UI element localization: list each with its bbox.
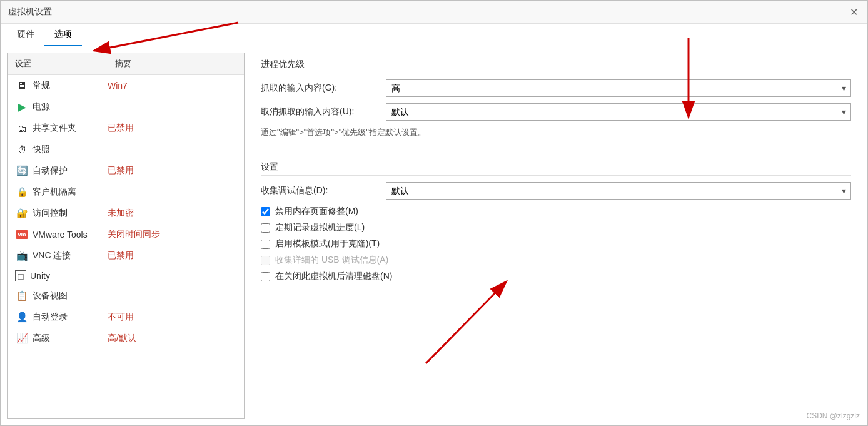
list-item-advanced[interactable]: 📈 高级 高/默认	[8, 328, 244, 349]
collect-debug-select-wrapper: 默认 高 低	[386, 182, 851, 200]
list-item-shared-folder[interactable]: 🗂 共享文件夹 已禁用	[8, 118, 244, 139]
item-name-vnc: VNC 连接	[33, 250, 108, 261]
collect-debug-select[interactable]: 默认 高 低	[386, 182, 851, 200]
list-item-vmware-tools[interactable]: vm VMware Tools 关闭时间同步	[8, 224, 244, 245]
item-name-device-view: 设备视图	[33, 290, 108, 302]
watermark: CSDN @zlzgzlz	[806, 412, 860, 420]
settings-section: 设置 收集调试信息(D): 默认 高 低 禁用内存页面修整(M)	[261, 155, 851, 287]
list-item-vnc[interactable]: 📺 VNC 连接 已禁用	[8, 245, 244, 266]
release-input-select-wrapper: 默认 高 低 最高 最低	[386, 103, 851, 121]
checkbox-usb-debug-label: 收集详细的 USB 调试信息(A)	[275, 255, 388, 266]
monitor-icon: 🖥	[15, 79, 29, 93]
grab-input-select[interactable]: 高 默认 低 最高 最低	[386, 79, 851, 97]
shared-folder-icon: 🗂	[15, 121, 29, 135]
item-summary-vnc: 已禁用	[108, 250, 236, 261]
isolation-icon: 🔒	[15, 185, 29, 199]
checkbox-periodic-log-label: 定期记录虚拟机进度(L)	[275, 222, 365, 233]
list-item-unity[interactable]: □ Unity	[8, 266, 244, 285]
content-area: 设置 摘要 🖥 常规 Win7 ▶ 电源 🗂	[1, 46, 867, 425]
checkbox-template-mode-input[interactable]	[261, 240, 270, 249]
checkbox-periodic-log-input[interactable]	[261, 223, 270, 233]
access-control-icon: 🔐	[15, 206, 29, 220]
settings-list: 🖥 常规 Win7 ▶ 电源 🗂 共享文件夹 已禁用	[8, 75, 244, 349]
item-name-snapshot: 快照	[33, 144, 108, 155]
release-input-row: 取消抓取的输入内容(U): 默认 高 低 最高 最低	[261, 103, 851, 121]
close-button[interactable]: ✕	[847, 6, 860, 18]
item-name-auto-login: 自动登录	[33, 312, 108, 323]
item-name-auto-protect: 自动保护	[33, 165, 108, 176]
checkbox-disable-mem-label: 禁用内存页面修整(M)	[275, 206, 358, 217]
vnc-icon: 📺	[15, 249, 29, 263]
col-setting-header: 设置	[15, 58, 115, 69]
device-view-icon: 📋	[15, 289, 29, 303]
checkbox-clean-disk: 在关闭此虚拟机后清理磁盘(N)	[261, 271, 851, 282]
item-summary-vmware-tools: 关闭时间同步	[108, 229, 236, 240]
grab-input-label: 抓取的输入内容(G):	[261, 83, 386, 94]
list-item-power[interactable]: ▶ 电源	[8, 96, 244, 118]
item-summary-advanced: 高/默认	[108, 333, 236, 344]
process-priority-section: 进程优先级 抓取的输入内容(G): 高 默认 低 最高 最低 取消抓取	[261, 59, 851, 145]
left-panel: 设置 摘要 🖥 常规 Win7 ▶ 电源 🗂	[7, 53, 245, 419]
release-input-label: 取消抓取的输入内容(U):	[261, 106, 386, 118]
checkbox-template-mode: 启用模板模式(用于克隆)(T)	[261, 238, 851, 250]
checkbox-disable-mem: 禁用内存页面修整(M)	[261, 206, 851, 217]
item-name-vmware-tools: VMware Tools	[33, 230, 108, 240]
tab-options[interactable]: 选项	[44, 24, 82, 46]
item-name-power: 电源	[33, 101, 108, 113]
checkbox-periodic-log: 定期记录虚拟机进度(L)	[261, 222, 851, 233]
settings-title: 设置	[261, 161, 851, 176]
auto-protect-icon: 🔄	[15, 164, 29, 178]
list-item-auto-login[interactable]: 👤 自动登录 不可用	[8, 307, 244, 328]
vmware-tools-icon: vm	[15, 228, 29, 241]
left-panel-header: 设置 摘要	[8, 53, 244, 75]
priority-hint: 通过"编辑">"首选项">"优先级"指定默认设置。	[261, 127, 851, 138]
snapshot-icon: ⏱	[15, 143, 29, 156]
collect-debug-row: 收集调试信息(D): 默认 高 低	[261, 182, 851, 200]
dialog-title: 虚拟机设置	[8, 6, 52, 18]
checkbox-template-mode-label: 启用模板模式(用于克隆)(T)	[275, 238, 380, 250]
checkbox-clean-disk-input[interactable]	[261, 272, 270, 281]
unity-icon: □	[15, 270, 26, 281]
col-summary-header: 摘要	[115, 58, 236, 69]
checkbox-usb-debug-input	[261, 256, 270, 265]
right-panel: 进程优先级 抓取的输入内容(G): 高 默认 低 最高 最低 取消抓取	[251, 53, 861, 419]
item-name-access-control: 访问控制	[33, 208, 108, 219]
item-summary-auto-protect: 已禁用	[108, 165, 236, 176]
collect-debug-label: 收集调试信息(D):	[261, 185, 386, 196]
auto-login-icon: 👤	[15, 310, 29, 324]
item-name-general: 常规	[33, 80, 108, 91]
item-summary-access-control: 未加密	[108, 208, 236, 219]
item-summary-auto-login: 不可用	[108, 312, 236, 323]
item-name-shared-folder: 共享文件夹	[33, 123, 108, 134]
list-item-device-view[interactable]: 📋 设备视图	[8, 285, 244, 307]
list-item-general[interactable]: 🖥 常规 Win7	[8, 75, 244, 96]
tab-hardware[interactable]: 硬件	[7, 24, 44, 46]
checkbox-clean-disk-label: 在关闭此虚拟机后清理磁盘(N)	[275, 271, 392, 282]
list-item-auto-protect[interactable]: 🔄 自动保护 已禁用	[8, 160, 244, 181]
tabs-row: 硬件 选项	[1, 24, 867, 46]
process-priority-title: 进程优先级	[261, 59, 851, 73]
item-summary-general: Win7	[108, 81, 236, 91]
vm-settings-dialog: 虚拟机设置 ✕ 硬件 选项 设置 摘要 🖥 常规 Win7	[0, 0, 868, 426]
item-name-isolation: 客户机隔离	[33, 186, 108, 198]
release-input-select[interactable]: 默认 高 低 最高 最低	[386, 103, 851, 121]
advanced-icon: 📈	[15, 332, 29, 345]
title-bar: 虚拟机设置 ✕	[1, 1, 867, 24]
item-name-advanced: 高级	[33, 333, 108, 344]
grab-input-select-wrapper: 高 默认 低 最高 最低	[386, 79, 851, 97]
item-summary-shared-folder: 已禁用	[108, 123, 236, 134]
grab-input-row: 抓取的输入内容(G): 高 默认 低 最高 最低	[261, 79, 851, 97]
list-item-snapshot[interactable]: ⏱ 快照	[8, 139, 244, 160]
list-item-isolation[interactable]: 🔒 客户机隔离	[8, 181, 244, 203]
list-item-access-control[interactable]: 🔐 访问控制 未加密	[8, 203, 244, 224]
checkbox-usb-debug: 收集详细的 USB 调试信息(A)	[261, 255, 851, 266]
item-name-unity: Unity	[30, 271, 105, 281]
power-icon: ▶	[15, 100, 29, 114]
checkbox-disable-mem-input[interactable]	[261, 207, 270, 216]
